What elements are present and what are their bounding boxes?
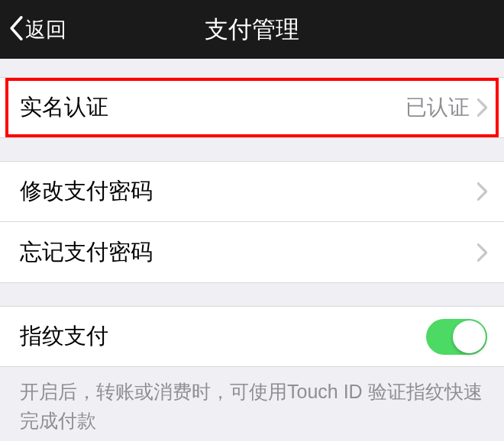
group-identity: 实名认证 已认证	[0, 77, 504, 138]
row-realname-auth[interactable]: 实名认证 已认证	[0, 77, 504, 138]
page-title: 支付管理	[205, 14, 299, 46]
fingerprint-toggle[interactable]	[426, 319, 487, 355]
back-chevron-icon	[9, 16, 24, 43]
group-password: 修改支付密码 忘记支付密码	[0, 161, 504, 283]
back-button[interactable]: 返回	[0, 16, 66, 43]
chevron-right-icon	[477, 243, 487, 262]
row-forgot-password[interactable]: 忘记支付密码	[0, 222, 504, 283]
back-label: 返回	[25, 16, 66, 43]
chevron-right-icon	[477, 98, 487, 117]
fingerprint-note: 开启后，转账或消费时，可使用Touch ID 验证指纹快速完成付款	[0, 367, 504, 435]
row-change-password[interactable]: 修改支付密码	[0, 161, 504, 222]
row-fingerprint-pay[interactable]: 指纹支付	[0, 306, 504, 367]
chevron-right-icon	[477, 182, 487, 201]
toggle-knob	[453, 320, 486, 353]
row-value: 已认证	[405, 93, 470, 122]
row-label: 指纹支付	[20, 321, 426, 352]
group-fingerprint: 指纹支付 开启后，转账或消费时，可使用Touch ID 验证指纹快速完成付款	[0, 306, 504, 435]
row-label: 忘记支付密码	[20, 237, 477, 268]
row-label: 实名认证	[20, 92, 405, 123]
navbar: 返回 支付管理	[0, 0, 504, 59]
row-label: 修改支付密码	[20, 176, 477, 207]
